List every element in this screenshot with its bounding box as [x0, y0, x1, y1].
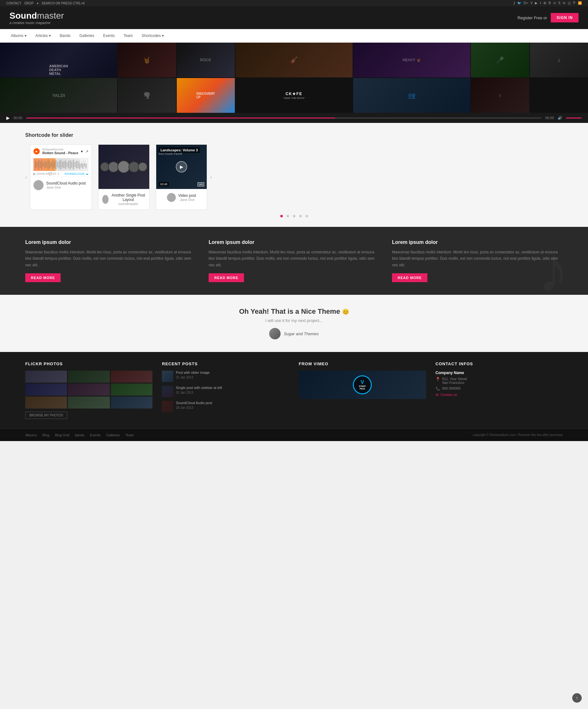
slider-next[interactable]: › [210, 175, 212, 180]
nav-shortcodes[interactable]: Shortcodes ▾ [140, 29, 165, 42]
read-more-2[interactable]: READ MORE [208, 273, 244, 282]
sc-waveform[interactable]: 1:17 [33, 158, 88, 171]
slider-dot-4[interactable] [299, 215, 302, 217]
read-more-3[interactable]: READ MORE [392, 273, 427, 282]
svg-rect-24 [73, 160, 74, 169]
stumble-icon[interactable]: S [558, 1, 561, 5]
hero-cell-5[interactable]: HEAVY 🤘 [353, 43, 470, 77]
hero-cell-9[interactable]: 🌪️ [118, 78, 176, 113]
slider-item-band[interactable]: Another Single Post Layout soundmaster [98, 145, 149, 210]
slider-dot-1[interactable] [280, 215, 283, 217]
pinterest-icon[interactable]: P [573, 1, 576, 5]
hero-cell-1[interactable]: AMERICANDEATHMETAL [0, 43, 117, 77]
svg-rect-9 [49, 161, 50, 168]
slider-item-video[interactable]: Landscapes: Volume 3 from Dustin Farrell… [156, 145, 207, 210]
slider-item-soundcloud[interactable]: ▶ RelapseRecords Rotten Sound - Peace ♥ … [30, 145, 91, 210]
read-more-1[interactable]: READ MORE [25, 273, 61, 282]
volume-bar[interactable] [566, 117, 582, 119]
footer-link-albums[interactable]: Albums [25, 433, 37, 437]
rss-icon[interactable]: ⊞ [543, 1, 546, 5]
signin-button[interactable]: SIGN IN [551, 13, 579, 22]
flickr-photo-4[interactable] [25, 384, 67, 396]
flickr-photo-5[interactable] [68, 384, 110, 396]
nav-articles[interactable]: Articles ▾ [34, 29, 52, 42]
hero-cell-4[interactable]: 🎸 [235, 43, 353, 77]
drop-icon: ▾ [37, 2, 38, 5]
band-photo [99, 145, 149, 189]
flickr-photo-2[interactable] [68, 371, 110, 383]
flickr-photo-9[interactable] [111, 396, 152, 409]
copyright-text: copyright © Devilcantburn.com / Remove t… [473, 433, 563, 437]
instagram-icon[interactable]: ◫ [568, 1, 571, 5]
post-title-1[interactable]: Post with slider image [176, 371, 209, 374]
flickr-photo-3[interactable] [111, 371, 152, 383]
hero-cell-2[interactable]: 🤘 [118, 43, 176, 77]
slider-title: Shortcode for slider [25, 132, 563, 138]
blogger-icon[interactable]: B [549, 1, 551, 5]
progress-bar[interactable] [26, 117, 541, 119]
contact-link[interactable]: CONTACT [6, 2, 22, 5]
google-plus-icon[interactable]: G+ [524, 1, 528, 5]
hero-cell-10[interactable]: DISCOVERYLP [177, 78, 235, 113]
slider-prev[interactable]: ‹ [25, 175, 27, 180]
footer-contact: Contact infos Company Name 📍 911, Your S… [436, 362, 563, 419]
flickr-photo-6[interactable] [111, 384, 152, 396]
post-title-2[interactable]: Single post with sidebar at left [176, 386, 222, 390]
dark-section: Lorem ipsum dolor Maecenas faucibus moll… [0, 227, 588, 295]
vimeo-icon[interactable]: V [531, 1, 533, 5]
wifi-icon: 📶 [578, 1, 582, 5]
hero-cell-7[interactable]: ♪ [530, 43, 588, 77]
footer-bottom: Albums Blog Blog Grid bands Events Galle… [0, 428, 588, 441]
vimeo-staff-pick: V STAFFPICK [353, 375, 372, 394]
hero-cell-8[interactable]: YALDI [0, 78, 117, 113]
post-title-3[interactable]: SoundCloud Audio post [176, 401, 212, 405]
post-item-3: SoundCloud Audio post 28 Jan 2013 [162, 401, 289, 412]
drop-link[interactable]: DROP [25, 2, 34, 5]
author-name: Sugar and Themes [284, 332, 319, 336]
hero-cell-12[interactable]: 👥 [353, 78, 470, 113]
tumblr-icon[interactable]: t [540, 1, 541, 5]
sc-post-author: Jane Doe [46, 185, 86, 189]
flickr-photo-8[interactable] [68, 396, 110, 409]
post-date-1: 31 Jan 2013 [176, 376, 209, 379]
video-avatar [167, 193, 176, 202]
footer-link-galleries[interactable]: Galleries [106, 433, 120, 437]
footer-link-events[interactable]: Events [90, 433, 101, 437]
nav-team[interactable]: Team [122, 29, 134, 42]
footer-link-bands[interactable]: bands [75, 433, 84, 437]
hero-cell-11[interactable]: CK★FE "SAVE THE ROCK" [235, 78, 353, 113]
slider-dot-2[interactable] [287, 215, 289, 217]
sc-heart-icon[interactable]: ♥ [81, 150, 83, 154]
hero-cell-3[interactable]: ROCK [177, 43, 235, 77]
video-play-button[interactable]: ▶ [176, 161, 187, 173]
dribbble-icon[interactable]: ⊙ [553, 1, 556, 5]
nav-albums[interactable]: Albums ▾ [9, 29, 28, 42]
linkedin-icon[interactable]: in [563, 1, 566, 5]
facebook-icon[interactable]: 𝒇 [514, 1, 515, 5]
footer-link-team[interactable]: Team [125, 433, 134, 437]
footer-link-blog[interactable]: Blog [42, 433, 49, 437]
nav-galleries[interactable]: Galleries [78, 29, 95, 42]
site-logo[interactable]: Soundmaster a creative music magazine [9, 11, 64, 25]
vimeo-thumbnail[interactable]: V STAFFPICK [299, 371, 426, 399]
articles-dropdown-icon: ▾ [49, 33, 51, 38]
sc-share-icon[interactable]: ↗ [86, 150, 88, 154]
contact-link[interactable]: Contact us [441, 393, 457, 396]
slider-dot-5[interactable] [306, 215, 308, 217]
youtube-icon[interactable]: ▶ [535, 1, 537, 5]
phone-icon: 📞 [436, 387, 440, 391]
hero-cell-13[interactable]: ♀ [471, 78, 529, 113]
flickr-photo-1[interactable] [25, 371, 67, 383]
slider-dot-3[interactable] [293, 215, 296, 217]
play-button[interactable]: ▶ [6, 115, 10, 121]
slider-pagination [25, 215, 563, 217]
nav-bands[interactable]: Bands [58, 29, 72, 42]
dark-col-2-text: Maecenas faucibus mollis interdum. Morbi… [208, 249, 380, 268]
browse-photos-button[interactable]: BROWSE MY PHOTOS [25, 412, 67, 419]
twitter-icon[interactable]: 🐦 [517, 1, 521, 5]
nav-events[interactable]: Events [102, 29, 116, 42]
post-date-3: 28 Jan 2013 [176, 406, 212, 410]
hero-cell-6[interactable]: 🎤 [471, 43, 529, 77]
footer-link-blog-grid[interactable]: Blog Grid [55, 433, 69, 437]
flickr-photo-7[interactable] [25, 396, 67, 409]
